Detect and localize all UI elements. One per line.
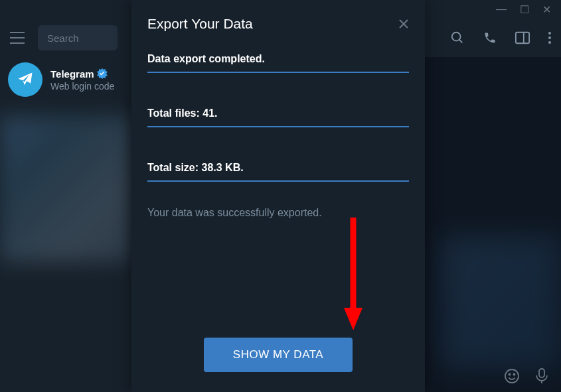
minimize-button[interactable]: —	[496, 3, 507, 15]
close-modal-button[interactable]	[398, 19, 409, 29]
search-input[interactable]: Search	[38, 25, 118, 50]
microphone-icon[interactable]	[534, 368, 549, 384]
search-placeholder: Search	[47, 33, 79, 44]
svg-point-9	[514, 374, 515, 375]
svg-point-0	[452, 33, 461, 41]
svg-rect-10	[539, 369, 544, 377]
chat-name: Telegram	[50, 68, 94, 80]
svg-rect-2	[516, 33, 529, 44]
emoji-icon[interactable]	[504, 368, 520, 384]
svg-point-8	[509, 374, 511, 375]
svg-line-1	[459, 40, 463, 43]
verified-badge-icon	[97, 68, 108, 79]
export-data-modal: Export Your Data Data export completed. …	[131, 0, 425, 392]
modal-title: Export Your Data	[147, 16, 253, 32]
export-status: Data export completed.	[147, 44, 409, 73]
more-icon[interactable]	[548, 32, 551, 44]
chat-bg	[441, 236, 561, 369]
svg-point-7	[505, 369, 519, 383]
sidebar-blur-bg	[0, 116, 131, 262]
show-my-data-button[interactable]: SHOW MY DATA	[204, 338, 353, 372]
window-controls: — ☐ ✕	[496, 0, 561, 19]
input-actions	[504, 368, 549, 384]
total-size: Total size: 38.3 KB.	[147, 153, 409, 182]
close-window-button[interactable]: ✕	[542, 3, 551, 16]
svg-point-6	[548, 41, 551, 44]
chat-preview: Web login code	[50, 81, 123, 92]
svg-point-5	[548, 36, 551, 39]
search-icon[interactable]	[450, 31, 465, 45]
total-files: Total files: 41.	[147, 98, 409, 127]
hamburger-menu-icon[interactable]	[10, 32, 25, 44]
phone-icon[interactable]	[483, 31, 497, 44]
chat-info: Telegram Web login code	[50, 68, 123, 92]
avatar	[8, 62, 42, 97]
chat-list-item[interactable]: Telegram Web login code	[0, 57, 131, 102]
sidebar-toggle-icon[interactable]	[515, 31, 530, 44]
success-message: Your data was successfully exported.	[147, 207, 409, 219]
svg-point-4	[548, 32, 551, 34]
maximize-button[interactable]: ☐	[520, 3, 529, 16]
